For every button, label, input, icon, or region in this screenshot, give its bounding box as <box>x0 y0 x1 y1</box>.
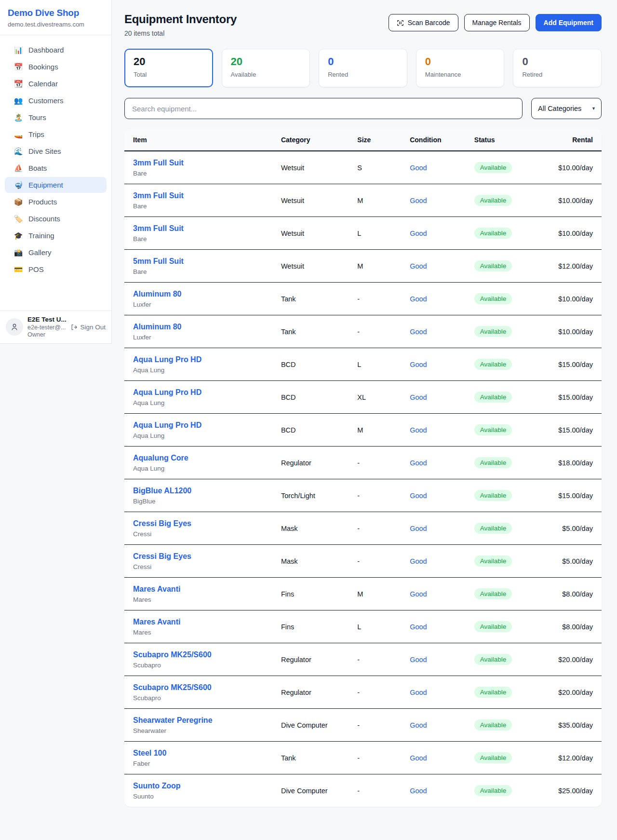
item-name-link[interactable]: 3mm Full Suit <box>133 191 264 201</box>
sidebar-item-customers[interactable]: 👥 Customers <box>5 93 107 108</box>
equipment-row[interactable]: Aluminum 80 Luxfer Tank - Good Available… <box>124 283 602 315</box>
equipment-row[interactable]: Aqua Lung Pro HD Aqua Lung BCD XL Good A… <box>124 381 602 414</box>
add-equipment-button[interactable]: Add Equipment <box>536 14 602 31</box>
sidebar-item-pos[interactable]: 💳 POS <box>5 261 107 277</box>
item-name-link[interactable]: Cressi Big Eyes <box>133 519 264 528</box>
equipment-row[interactable]: Mares Avanti Mares Fins M Good Available… <box>124 578 602 610</box>
sidebar-item-boats[interactable]: ⛵ Boats <box>5 160 107 176</box>
equipment-row[interactable]: 3mm Full Suit Bare Wetsuit S Good Availa… <box>124 151 602 184</box>
category-select[interactable]: All Categories ▼ <box>531 98 602 119</box>
item-name-link[interactable]: 3mm Full Suit <box>133 224 264 233</box>
item-size: - <box>349 643 401 676</box>
brand-name[interactable]: Demo Dive Shop <box>8 8 104 18</box>
manage-rentals-button[interactable]: Manage Rentals <box>464 14 530 31</box>
condition-link[interactable]: Good <box>401 315 466 348</box>
equipment-row[interactable]: Shearwater Peregrine Shearwater Dive Com… <box>124 709 602 742</box>
equipment-row[interactable]: Cressi Big Eyes Cressi Mask - Good Avail… <box>124 512 602 545</box>
sidebar-item-discounts[interactable]: 🏷️ Discounts <box>5 211 107 227</box>
stat-card-rented[interactable]: 0 Rented <box>319 49 407 87</box>
item-name-link[interactable]: 3mm Full Suit <box>133 158 264 168</box>
item-name-link[interactable]: Suunto Zoop <box>133 781 264 791</box>
sidebar-item-tours[interactable]: 🏝️ Tours <box>5 109 107 125</box>
sidebar-item-training[interactable]: 🎓 Training <box>5 228 107 244</box>
condition-link[interactable]: Good <box>401 283 466 315</box>
item-name-link[interactable]: BigBlue AL1200 <box>133 486 264 496</box>
condition-link[interactable]: Good <box>401 774 466 807</box>
item-name-link[interactable]: Steel 100 <box>133 748 264 758</box>
item-size: L <box>349 610 401 643</box>
item-name-link[interactable]: Scubapro MK25/S600 <box>133 683 264 692</box>
item-name-link[interactable]: Mares Avanti <box>133 584 264 594</box>
boats-icon: ⛵ <box>13 164 23 172</box>
equipment-row[interactable]: Mares Avanti Mares Fins L Good Available… <box>124 610 602 643</box>
equipment-row[interactable]: Aqua Lung Pro HD Aqua Lung BCD M Good Av… <box>124 414 602 447</box>
sidebar-item-equipment[interactable]: 🤿 Equipment <box>5 177 107 193</box>
item-name-link[interactable]: Aluminum 80 <box>133 322 264 332</box>
search-input[interactable] <box>124 98 523 119</box>
stat-card-maintenance[interactable]: 0 Maintenance <box>416 49 505 87</box>
item-name-link[interactable]: Mares Avanti <box>133 617 264 627</box>
item-size: - <box>349 315 401 348</box>
equipment-row[interactable]: Aqua Lung Pro HD Aqua Lung BCD L Good Av… <box>124 348 602 381</box>
discounts-icon: 🏷️ <box>13 215 23 222</box>
item-name-link[interactable]: Cressi Big Eyes <box>133 552 264 561</box>
condition-link[interactable]: Good <box>401 578 466 610</box>
equipment-row[interactable]: 5mm Full Suit Bare Wetsuit M Good Availa… <box>124 250 602 283</box>
condition-link[interactable]: Good <box>401 151 466 184</box>
sidebar-item-products[interactable]: 📦 Products <box>5 194 107 210</box>
condition-link[interactable]: Good <box>401 709 466 742</box>
condition-link[interactable]: Good <box>401 381 466 414</box>
condition-link[interactable]: Good <box>401 447 466 479</box>
item-category: Wetsuit <box>272 250 349 283</box>
item-category: Regulator <box>272 676 349 709</box>
sidebar-item-bookings[interactable]: 📅 Bookings <box>5 59 107 75</box>
item-name-link[interactable]: Aqualung Core <box>133 453 264 463</box>
sidebar-item-dive-sites[interactable]: 🌊 Dive Sites <box>5 143 107 159</box>
sidebar-item-dashboard[interactable]: 📊 Dashboard <box>5 42 107 58</box>
stat-card-total[interactable]: 20 Total <box>124 49 213 87</box>
condition-link[interactable]: Good <box>401 250 466 283</box>
item-name-link[interactable]: Shearwater Peregrine <box>133 716 264 725</box>
stat-card-available[interactable]: 20 Available <box>222 49 310 87</box>
condition-link[interactable]: Good <box>401 676 466 709</box>
sidebar-item-trips[interactable]: 🚤 Trips <box>5 126 107 142</box>
item-name-link[interactable]: Aqua Lung Pro HD <box>133 355 264 365</box>
item-rental-price: $10.00/day <box>539 151 602 184</box>
item-name-link[interactable]: Scubapro MK25/S600 <box>133 650 264 660</box>
equipment-row[interactable]: Scubapro MK25/S600 Scubapro Regulator - … <box>124 643 602 676</box>
condition-link[interactable]: Good <box>401 512 466 545</box>
category-select-value: All Categories <box>538 105 581 112</box>
sidebar-item-gallery[interactable]: 📸 Gallery <box>5 244 107 260</box>
equipment-row[interactable]: BigBlue AL1200 BigBlue Torch/Light - Goo… <box>124 479 602 512</box>
equipment-row[interactable]: Suunto Zoop Suunto Dive Computer - Good … <box>124 774 602 807</box>
item-size: - <box>349 447 401 479</box>
condition-link[interactable]: Good <box>401 414 466 447</box>
condition-link[interactable]: Good <box>401 643 466 676</box>
condition-link[interactable]: Good <box>401 610 466 643</box>
item-category: Tank <box>272 283 349 315</box>
item-name-link[interactable]: Aqua Lung Pro HD <box>133 420 264 430</box>
item-name-link[interactable]: 5mm Full Suit <box>133 257 264 266</box>
item-name-link[interactable]: Aluminum 80 <box>133 289 264 299</box>
condition-link[interactable]: Good <box>401 742 466 774</box>
equipment-row[interactable]: Steel 100 Faber Tank - Good Available $1… <box>124 742 602 774</box>
equipment-row[interactable]: 3mm Full Suit Bare Wetsuit M Good Availa… <box>124 184 602 217</box>
condition-link[interactable]: Good <box>401 217 466 250</box>
status-badge: Available <box>474 359 512 370</box>
scan-barcode-button[interactable]: Scan Barcode <box>389 14 458 31</box>
condition-link[interactable]: Good <box>401 545 466 578</box>
condition-link[interactable]: Good <box>401 184 466 217</box>
equipment-row[interactable]: Aluminum 80 Luxfer Tank - Good Available… <box>124 315 602 348</box>
equipment-row[interactable]: Aqualung Core Aqua Lung Regulator - Good… <box>124 447 602 479</box>
sidebar-item-calendar[interactable]: 📆 Calendar <box>5 76 107 92</box>
condition-link[interactable]: Good <box>401 479 466 512</box>
dashboard-icon: 📊 <box>13 46 23 54</box>
equipment-row[interactable]: 3mm Full Suit Bare Wetsuit L Good Availa… <box>124 217 602 250</box>
equipment-row[interactable]: Scubapro MK25/S600 Scubapro Regulator - … <box>124 676 602 709</box>
condition-link[interactable]: Good <box>401 348 466 381</box>
item-name-link[interactable]: Aqua Lung Pro HD <box>133 388 264 397</box>
sign-out-button[interactable]: Sign Out <box>70 324 106 331</box>
stat-card-retired[interactable]: 0 Retired <box>513 49 602 87</box>
status-badge: Available <box>474 162 512 173</box>
equipment-row[interactable]: Cressi Big Eyes Cressi Mask - Good Avail… <box>124 545 602 578</box>
